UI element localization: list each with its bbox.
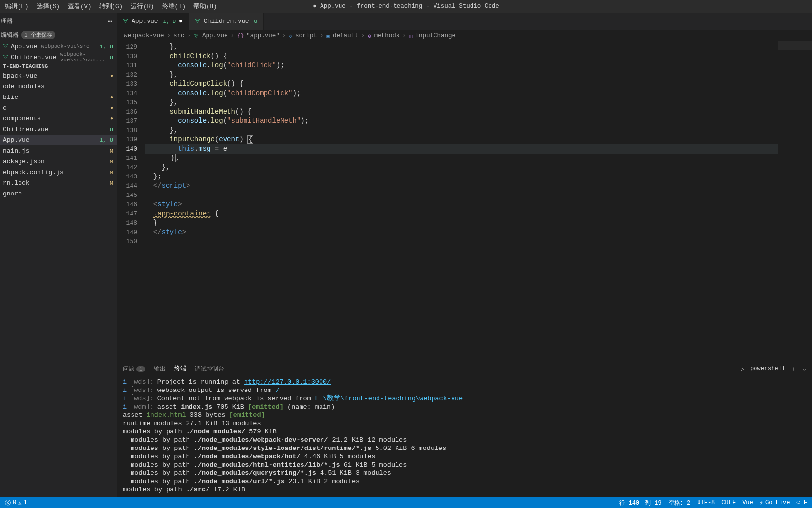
modified-dot-icon: ●: [179, 18, 183, 25]
tab-children-vue[interactable]: ⩔ Children.vue U: [189, 13, 264, 30]
panel-tab-terminal[interactable]: 终端: [174, 363, 186, 374]
file-item[interactable]: c●: [0, 102, 117, 113]
menu-terminal[interactable]: 终端(T): [158, 1, 190, 12]
file-item[interactable]: blic●: [0, 92, 117, 102]
vue-icon: ⩔: [3, 54, 9, 61]
default-icon: ▣: [326, 33, 330, 39]
file-item[interactable]: nain.jsM: [0, 145, 117, 156]
file-item[interactable]: App.vue1, U: [0, 135, 117, 145]
menu-view[interactable]: 查看(V): [64, 1, 95, 12]
more-icon[interactable]: ⋯: [107, 17, 113, 26]
error-icon: ⓧ: [5, 499, 11, 507]
vue-icon: ⩔: [3, 43, 9, 50]
method-icon: ◫: [409, 33, 413, 39]
menu-run[interactable]: 运行(R): [127, 1, 158, 12]
menu-edit[interactable]: 编辑(E): [1, 1, 33, 12]
terminal-launch-icon[interactable]: ▷: [741, 365, 744, 372]
script-icon: ◇: [289, 33, 292, 39]
unsaved-badge: 1 个未保存: [21, 31, 55, 39]
file-item[interactable]: Children.vueU: [0, 124, 117, 135]
minimap[interactable]: [778, 41, 812, 361]
file-item[interactable]: gnore: [0, 188, 117, 199]
editor[interactable]: 1291301311321331341351361371381391401411…: [117, 41, 812, 361]
breadcrumb[interactable]: webpack-vue› src› ⩔App.vue› {}"app.vue"›…: [117, 30, 812, 41]
status-errors[interactable]: ⓧ0⚠1: [5, 499, 27, 507]
file-item[interactable]: ebpack.config.jsM: [0, 167, 117, 177]
sidebar-header: 理器 ⋯: [0, 13, 117, 30]
menu-help[interactable]: 帮助(H): [189, 1, 221, 12]
project-name[interactable]: T-END-TEACHING: [0, 62, 117, 70]
status-go-live[interactable]: ⚡Go Live: [760, 499, 790, 507]
file-item[interactable]: ackage.jsonM: [0, 156, 117, 167]
vue-icon: ⩔: [194, 33, 199, 39]
panel-tab-debug[interactable]: 调试控制台: [195, 363, 224, 374]
status-position[interactable]: 行 140，列 19: [619, 499, 661, 507]
menu-goto[interactable]: 转到(G): [95, 1, 127, 12]
editor-tabs: ⩔ App.vue 1, U ● ⩔ Children.vue U: [117, 13, 812, 30]
explorer-sidebar: 理器 ⋯ 编辑器 1 个未保存 ⩔App.vuewebpack-vue\src …: [0, 13, 117, 497]
file-item[interactable]: components●: [0, 113, 117, 124]
status-encoding[interactable]: UTF-8: [697, 499, 715, 506]
open-editor-0[interactable]: ⩔App.vuewebpack-vue\src 1, U: [0, 41, 117, 52]
window-title: ● App.vue - front-end-teaching - Visual …: [313, 3, 499, 10]
status-lang[interactable]: Vue: [742, 499, 753, 506]
open-editor-1[interactable]: ⩔Children.vuewebpack-vue\src\com... U: [0, 52, 117, 62]
method-icon: ⚙: [368, 33, 371, 39]
panel-tab-problems[interactable]: 问题1: [123, 363, 145, 374]
warning-icon: ⚠: [18, 499, 21, 507]
chevron-down-icon[interactable]: ⌄: [803, 365, 806, 372]
terminal-output[interactable]: i ｢wds｣: Project is running at http://12…: [117, 376, 812, 497]
status-eol[interactable]: CRLF: [721, 499, 736, 506]
add-terminal-icon[interactable]: ＋: [791, 365, 797, 372]
line-gutter: 1291301311321331341351361371381391401411…: [117, 41, 145, 361]
file-item[interactable]: ode_modules: [0, 81, 117, 92]
panel-tab-output[interactable]: 输出: [154, 363, 166, 374]
menubar: 编辑(E) 选择(S) 查看(V) 转到(G) 运行(R) 终端(T) 帮助(H…: [0, 0, 812, 13]
file-item[interactable]: bpack-vue●: [0, 70, 117, 81]
status-spaces[interactable]: 空格: 2: [668, 499, 691, 507]
bottom-panel: 问题1 输出 终端 调试控制台 ▷ powershell ＋ ⌄ i ｢wds｣…: [117, 361, 812, 497]
vue-icon: ⩔: [195, 18, 201, 25]
file-item[interactable]: rn.lockM: [0, 177, 117, 188]
vue-icon: ⩔: [123, 18, 129, 25]
code-content[interactable]: }, childClick() { console.log("childClic…: [145, 41, 778, 361]
shell-name[interactable]: powershell: [750, 365, 785, 372]
broadcast-icon: ⚡: [760, 499, 763, 507]
statusbar: ⓧ0⚠1 行 140，列 19 空格: 2 UTF-8 CRLF Vue ⚡Go…: [0, 497, 812, 508]
tab-app-vue[interactable]: ⩔ App.vue 1, U ●: [117, 13, 189, 30]
braces-icon: {}: [237, 33, 244, 39]
sidebar-title: 理器: [1, 17, 13, 25]
status-feedback[interactable]: ☺ F: [796, 499, 807, 506]
open-editors-header[interactable]: 编辑器 1 个未保存: [0, 30, 117, 41]
menu-select[interactable]: 选择(S): [33, 1, 64, 12]
